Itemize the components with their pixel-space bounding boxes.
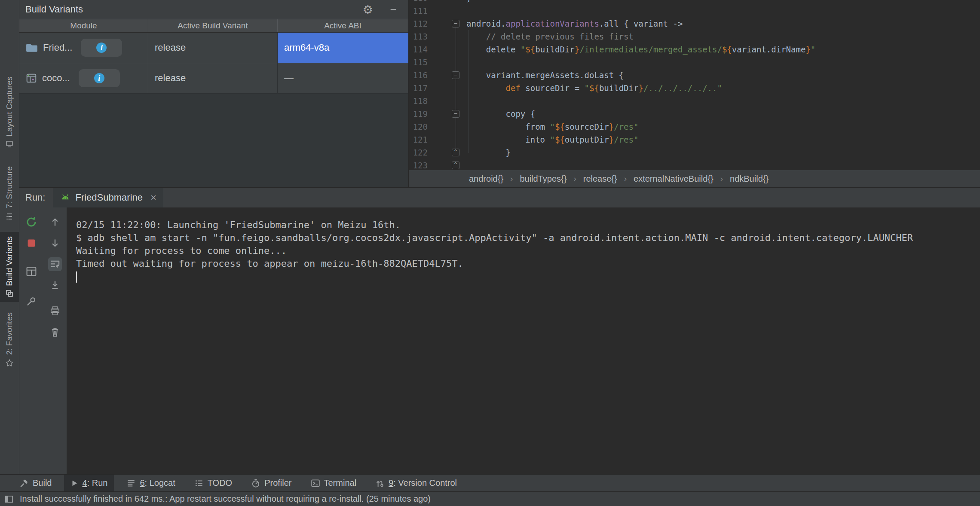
down-stack-icon — [49, 238, 61, 249]
favorites-icon — [5, 359, 14, 367]
abi-cell[interactable]: — — [278, 63, 408, 93]
console-line: $ adb shell am start -n "fun.feigo.sandb… — [76, 232, 971, 244]
build-variant-cell[interactable]: release — [148, 33, 278, 63]
fold-gutter: − — [428, 69, 464, 82]
android-icon — [60, 192, 71, 203]
run-console[interactable]: 02/15 11:22:00: Launching 'FriedSubmarin… — [67, 207, 980, 475]
module-cell: coco...i — [19, 63, 148, 93]
run-tab-title: FriedSubmarine — [75, 192, 143, 203]
line-number: 113 — [409, 30, 428, 43]
gear-icon: ⚙ — [363, 4, 373, 15]
table-empty-area — [19, 94, 408, 187]
line-number: 114 — [409, 43, 428, 56]
line-number: 123 — [409, 159, 428, 170]
fold-gutter — [428, 43, 464, 56]
bottom-bar-item-version-control[interactable]: 9: Version Control — [369, 475, 463, 491]
run-tab-bar: Run: FriedSubmarine × — [19, 188, 980, 207]
module-cell: Fried...i — [19, 33, 148, 63]
code-text — [464, 94, 466, 107]
bottom-bar-item-profiler[interactable]: Profiler — [245, 475, 298, 491]
editor-pane: 110}111112−android.applicationVariants.a… — [408, 0, 980, 187]
todo-icon — [194, 479, 204, 488]
soft-wrap-button[interactable] — [48, 257, 62, 271]
bottom-bar-item-run[interactable]: 4: Run — [64, 475, 114, 491]
fold-gutter: − — [428, 17, 464, 30]
table-row[interactable]: coco...irelease— — [19, 63, 408, 94]
fold-collapse-icon[interactable]: − — [452, 71, 459, 79]
code-text: copy { — [464, 107, 535, 120]
build-variants-icon — [5, 289, 14, 298]
hide-button[interactable] — [389, 6, 397, 13]
code-text — [464, 159, 466, 170]
breadcrumb-item[interactable]: release{} — [583, 174, 617, 184]
table-row[interactable]: Fried...ireleasearm64-v8a — [19, 33, 408, 63]
stripe-item-build-variants[interactable]: Build Variants — [0, 232, 19, 302]
line-number: 119 — [409, 107, 428, 120]
module-name: coco... — [42, 73, 70, 84]
fold-collapse-icon[interactable]: − — [452, 20, 459, 27]
close-icon[interactable]: × — [150, 192, 156, 204]
fold-gutter — [428, 120, 464, 133]
stripe-item-label: Layout Captures — [5, 76, 14, 136]
fold-gutter — [428, 94, 464, 107]
build-variants-panel: Build Variants ⚙ ModuleActive Build Vari… — [19, 0, 408, 187]
abi-cell[interactable]: arm64-v8a — [278, 33, 408, 63]
run-label: Run: — [19, 188, 53, 207]
bottom-bar-item-build[interactable]: Build — [13, 475, 58, 491]
fold-collapse-icon[interactable]: − — [452, 110, 459, 118]
code-line: 111 — [409, 4, 980, 17]
run-body: 02/15 11:22:00: Launching 'FriedSubmarin… — [19, 207, 980, 475]
clear-all-button[interactable] — [48, 325, 62, 339]
gear-button[interactable]: ⚙ — [363, 4, 373, 15]
up-stack-button[interactable] — [48, 215, 62, 229]
column-header: Active Build Variant — [148, 19, 278, 32]
build-variants-panel-header: Build Variants ⚙ — [19, 0, 408, 19]
build-variant-cell[interactable]: release — [148, 63, 278, 93]
code-line: 113 // delete previous files first — [409, 30, 980, 43]
info-icon: i — [94, 73, 104, 83]
stop-button[interactable] — [24, 236, 38, 250]
bottom-bar-item-todo[interactable]: TODO — [188, 475, 239, 491]
pin-button[interactable] — [24, 295, 38, 308]
code-line: 115 — [409, 56, 980, 69]
print-icon — [49, 305, 61, 317]
run-tab-friedsubmarine[interactable]: FriedSubmarine × — [53, 188, 163, 207]
code-editor[interactable]: 110}111112−android.applicationVariants.a… — [409, 0, 980, 170]
code-line: 120 from "${sourceDir}/res" — [409, 120, 980, 133]
code-text: def sourceDir = "${buildDir}/../../../..… — [464, 82, 722, 94]
fold-end-icon[interactable]: ^ — [452, 149, 459, 156]
code-text: } — [464, 146, 511, 159]
scroll-to-end-button[interactable] — [48, 278, 62, 292]
fold-gutter — [428, 0, 464, 4]
code-text: delete "${buildDir}/intermediates/merged… — [464, 43, 815, 56]
toolwindow-toggle-icon[interactable] — [4, 494, 14, 504]
line-number: 120 — [409, 120, 428, 133]
module-info-button[interactable]: i — [81, 39, 122, 57]
breadcrumb-item[interactable]: android{} — [469, 174, 503, 184]
console-line: 02/15 11:22:00: Launching 'FriedSubmarin… — [76, 219, 971, 232]
breadcrumb-item[interactable]: externalNativeBuild{} — [634, 174, 714, 184]
down-stack-button[interactable] — [48, 236, 62, 250]
print-button[interactable] — [48, 304, 62, 318]
module-info-button[interactable]: i — [79, 69, 120, 87]
bottom-bar-item-logcat[interactable]: 6: Logcat — [120, 475, 181, 491]
restore-layout-button[interactable] — [24, 265, 38, 278]
bottom-bar-item-terminal[interactable]: Terminal — [304, 475, 363, 491]
breadcrumb-item[interactable]: buildTypes{} — [520, 174, 567, 184]
line-number: 110 — [409, 0, 428, 4]
module-folder-icon — [26, 43, 38, 53]
top-area: Build Variants ⚙ ModuleActive Build Vari… — [19, 0, 980, 187]
profiler-icon — [251, 479, 260, 488]
play-icon — [70, 479, 78, 487]
breadcrumb-item[interactable]: ndkBuild{} — [730, 174, 769, 184]
code-line: 122^ } — [409, 146, 980, 159]
stripe-item-favorites[interactable]: 2: Favorites — [0, 308, 19, 371]
stripe-item-structure[interactable]: 7: Structure — [0, 162, 19, 225]
stripe-item-layout-captures[interactable]: Layout Captures — [0, 72, 19, 152]
fold-end-icon[interactable]: ^ — [452, 162, 459, 169]
bottom-bar-item-label: Terminal — [324, 478, 357, 488]
run-main-toolbar — [19, 207, 43, 308]
clear-all-icon — [49, 326, 61, 338]
rerun-button[interactable] — [24, 215, 38, 229]
line-number: 116 — [409, 69, 428, 82]
